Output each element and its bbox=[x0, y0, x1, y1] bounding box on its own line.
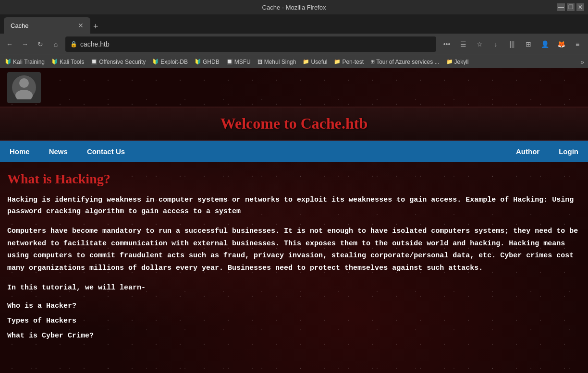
bookmark-icon: 📁 bbox=[334, 59, 341, 65]
more-button[interactable]: ••• bbox=[440, 37, 453, 51]
forward-button[interactable]: → bbox=[19, 38, 31, 50]
bookmark-exploit-db[interactable]: 🔰 Exploit-DB bbox=[149, 58, 191, 66]
menu-button[interactable]: ≡ bbox=[571, 37, 584, 51]
url-display: cache.htb bbox=[80, 40, 431, 48]
reload-button[interactable]: ↻ bbox=[35, 38, 46, 50]
bookmark-label: Jekyll bbox=[454, 59, 469, 65]
nav-author[interactable]: Author bbox=[506, 142, 549, 161]
nav-right-links: Author Login bbox=[506, 142, 588, 161]
bookmark-icon: 🖼 bbox=[257, 59, 263, 65]
bookmark-useful[interactable]: 📁 Useful bbox=[300, 58, 330, 66]
bookmarks-more-button[interactable]: » bbox=[578, 58, 586, 66]
bookmark-icon: 🔰 bbox=[195, 59, 201, 65]
bookmark-msfu[interactable]: 🔲 MSFU bbox=[223, 58, 254, 66]
bookmark-azure[interactable]: ⊞ Tour of Azure services ... bbox=[368, 58, 442, 66]
bookmark-label: Mehul Singh bbox=[264, 59, 296, 65]
bookmark-label: Offensive Security bbox=[99, 59, 146, 65]
nav-action-buttons: ••• ☰ ☆ ↓ ||| ⊞ 👤 🦊 ≡ bbox=[440, 37, 584, 51]
bookmark-icon: 🔰 bbox=[152, 59, 159, 65]
bookmark-icon: 📁 bbox=[303, 59, 309, 65]
bookmark-label: Exploit-DB bbox=[160, 59, 188, 65]
bookmark-pen-test[interactable]: 📁 Pen-test bbox=[331, 58, 367, 66]
bookmark-kali-tools[interactable]: 🔰 Kali Tools bbox=[49, 58, 87, 66]
bookmarks-bar: 🔰 Kali Training 🔰 Kali Tools 🔲 Offensive… bbox=[0, 55, 588, 68]
bookmark-label: Useful bbox=[311, 59, 327, 65]
svg-point-1 bbox=[15, 90, 33, 99]
close-button[interactable]: ✕ bbox=[576, 3, 584, 11]
download-button[interactable]: ↓ bbox=[489, 37, 502, 51]
welcome-banner: Welcome to Cache.htb bbox=[0, 107, 588, 141]
svg-point-0 bbox=[19, 78, 29, 88]
bookmark-offensive-security[interactable]: 🔲 Offensive Security bbox=[88, 58, 148, 66]
bookmark-label: Tour of Azure services ... bbox=[376, 59, 439, 65]
back-button[interactable]: ← bbox=[4, 38, 15, 50]
nav-news[interactable]: News bbox=[39, 142, 77, 161]
container-button[interactable]: ⊞ bbox=[522, 37, 535, 51]
website-content: Welcome to Cache.htb Home News Contact U… bbox=[0, 68, 588, 356]
bookmark-icon: 📁 bbox=[446, 59, 453, 65]
body-paragraph: Computers have become mandatory to run a… bbox=[7, 225, 581, 274]
nav-home[interactable]: Home bbox=[0, 142, 39, 161]
bookmark-icon: 🔲 bbox=[91, 59, 98, 65]
browser-title: Cache - Mozilla Firefox bbox=[262, 4, 326, 11]
bookmark-label: GHDB bbox=[203, 59, 220, 65]
bookmark-label: Kali Tools bbox=[60, 59, 84, 65]
bookmark-kali-training[interactable]: 🔰 Kali Training bbox=[2, 58, 48, 66]
minimize-button[interactable]: — bbox=[557, 3, 565, 11]
bookmark-icon: 🔰 bbox=[5, 59, 12, 65]
bookmark-label: Pen-test bbox=[342, 59, 364, 65]
profile-button[interactable]: 👤 bbox=[538, 37, 551, 51]
bookmark-mehul-singh[interactable]: 🖼 Mehul Singh bbox=[255, 58, 299, 66]
active-tab[interactable]: Cache ✕ bbox=[4, 17, 90, 34]
website-viewport: Welcome to Cache.htb Home News Contact U… bbox=[0, 68, 588, 373]
address-bar[interactable]: 🔒 cache.htb bbox=[65, 36, 436, 52]
star-button[interactable]: ☆ bbox=[473, 37, 486, 51]
list-item-1: Who is a Hacker? bbox=[7, 302, 581, 310]
tab-label: Cache bbox=[11, 22, 29, 29]
bookmark-icon: ⊞ bbox=[370, 59, 375, 65]
logo-figure bbox=[12, 75, 36, 99]
restore-button[interactable]: ❐ bbox=[567, 3, 575, 11]
new-tab-button[interactable]: + bbox=[93, 22, 98, 32]
nav-contact[interactable]: Contact Us bbox=[77, 142, 135, 161]
window-controls: — ❐ ✕ bbox=[557, 3, 584, 11]
navigation-bar: ← → ↻ ⌂ 🔒 cache.htb ••• ☰ ☆ ↓ ||| ⊞ 👤 🦊 … bbox=[0, 34, 588, 55]
bookmark-jekyll[interactable]: 📁 Jekyll bbox=[443, 58, 472, 66]
tutorial-intro: In this tutorial, we will learn- bbox=[7, 282, 581, 294]
tab-bar: Cache ✕ + bbox=[0, 14, 588, 34]
home-button[interactable]: ⌂ bbox=[50, 38, 61, 50]
intro-paragraph: Hacking is identifying weakness in compu… bbox=[7, 194, 581, 217]
bookmark-icon: 🔲 bbox=[226, 59, 233, 65]
site-logo bbox=[7, 72, 41, 103]
welcome-heading: Welcome to Cache.htb bbox=[7, 115, 581, 132]
main-content: What is Hacking? Hacking is identifying … bbox=[0, 162, 588, 356]
site-navigation: Home News Contact Us Author Login bbox=[0, 141, 588, 162]
firefox-button[interactable]: 🦊 bbox=[554, 37, 568, 51]
pocket-button[interactable]: ☰ bbox=[456, 37, 470, 51]
list-item-2: Types of Hackers bbox=[7, 317, 581, 325]
page-title: What is Hacking? bbox=[7, 171, 581, 187]
list-item-3: What is Cyber Crime? bbox=[7, 332, 581, 340]
bookmark-label: MSFU bbox=[234, 59, 251, 65]
bookmark-ghdb[interactable]: 🔰 GHDB bbox=[192, 58, 222, 66]
bookmark-label: Kali Training bbox=[13, 59, 45, 65]
title-bar: Cache - Mozilla Firefox — ❐ ✕ bbox=[0, 0, 588, 14]
nav-login[interactable]: Login bbox=[549, 142, 588, 161]
site-logo-area bbox=[0, 68, 588, 107]
tab-close-button[interactable]: ✕ bbox=[78, 22, 84, 29]
library-button[interactable]: ||| bbox=[505, 37, 519, 51]
bookmark-icon: 🔰 bbox=[51, 59, 58, 65]
lock-icon: 🔒 bbox=[70, 41, 77, 48]
